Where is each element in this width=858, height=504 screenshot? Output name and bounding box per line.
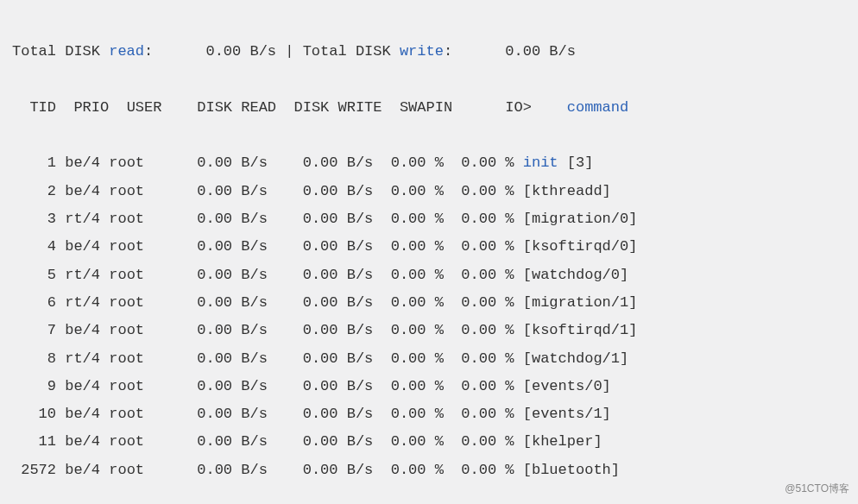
cell-swapin: 0.00 % [373, 322, 444, 338]
cell-disk-write: 0.00 B/s [268, 154, 373, 171]
cell-user: root [100, 350, 180, 367]
cell-io: 0.00 % [444, 267, 514, 283]
cell-swapin: 0.00 % [373, 462, 444, 478]
cell-user: root [100, 183, 180, 199]
total-write-value: 0.00 B/s [452, 43, 576, 60]
cell-user: root [100, 211, 180, 227]
cell-command: [migration/1] [523, 294, 638, 311]
cell-user: root [100, 462, 180, 478]
write-keyword: write [400, 43, 444, 60]
col-io: IO> [452, 99, 532, 116]
cell-disk-write: 0.00 B/s [268, 406, 373, 422]
cell-io: 0.00 % [444, 294, 514, 311]
cell-user: root [100, 378, 180, 394]
cell-command: [migration/0] [523, 211, 638, 227]
process-row: 1 be/4 root 0.00 B/s 0.00 B/s 0.00 % 0.0… [12, 149, 846, 177]
cell-disk-write: 0.00 B/s [268, 378, 373, 394]
cell-prio: be/4 [56, 462, 100, 478]
cell-disk-write: 0.00 B/s [268, 294, 373, 311]
cell-user: root [100, 154, 180, 171]
cell-disk-read: 0.00 B/s [180, 433, 268, 450]
cell-disk-write: 0.00 B/s [268, 211, 373, 227]
cell-user: root [100, 433, 180, 450]
cell-prio: rt/4 [56, 211, 100, 227]
col-tid: TID [12, 99, 56, 116]
cell-io: 0.00 % [444, 211, 514, 227]
cell-disk-read: 0.00 B/s [180, 211, 268, 227]
cell-io: 0.00 % [444, 462, 514, 478]
col-swapin: SWAPIN [382, 99, 453, 116]
process-row: 8 rt/4 root 0.00 B/s 0.00 B/s 0.00 % 0.0… [12, 345, 846, 373]
col-user: USER [109, 99, 161, 116]
cell-prio: rt/4 [56, 350, 100, 367]
cell-user: root [100, 406, 180, 422]
col-disk-read: DISK READ [161, 99, 276, 116]
cell-prio: be/4 [56, 183, 100, 199]
process-row: 6 rt/4 root 0.00 B/s 0.00 B/s 0.00 % 0.0… [12, 289, 846, 317]
cell-disk-read: 0.00 B/s [180, 294, 268, 311]
cell-tid: 2572 [12, 462, 56, 478]
cell-disk-write: 0.00 B/s [268, 267, 373, 283]
cell-swapin: 0.00 % [373, 294, 444, 311]
cell-tid: 1 [12, 154, 56, 171]
cell-prio: be/4 [56, 322, 100, 338]
cell-disk-read: 0.00 B/s [180, 378, 268, 394]
cell-tid: 4 [12, 238, 56, 255]
read-keyword: read [109, 43, 144, 60]
cell-disk-read: 0.00 B/s [180, 183, 268, 199]
cell-tid: 5 [12, 267, 56, 283]
cell-swapin: 0.00 % [373, 154, 444, 171]
cell-io: 0.00 % [444, 154, 514, 171]
cell-disk-read: 0.00 B/s [180, 462, 268, 478]
cell-prio: be/4 [56, 378, 100, 394]
cell-swapin: 0.00 % [373, 183, 444, 199]
cell-user: root [100, 322, 180, 338]
cell-disk-write: 0.00 B/s [268, 183, 373, 199]
cell-command: [events/0] [523, 378, 611, 394]
process-row: 9 be/4 root 0.00 B/s 0.00 B/s 0.00 % 0.0… [12, 373, 846, 400]
cell-command: [ksoftirqd/0] [523, 238, 638, 255]
cell-disk-read: 0.00 B/s [180, 238, 268, 255]
total-read-value: 0.00 B/s [153, 43, 276, 60]
cell-user: root [100, 294, 180, 311]
cell-io: 0.00 % [444, 238, 514, 255]
cell-prio: rt/4 [56, 267, 100, 283]
iotop-output: Total DISK read: 0.00 B/s | Total DISK w… [12, 10, 846, 504]
cell-disk-write: 0.00 B/s [268, 433, 373, 450]
total-read-label: Total DISK [12, 43, 109, 60]
process-row: 7 be/4 root 0.00 B/s 0.00 B/s 0.00 % 0.0… [12, 317, 846, 344]
cell-io: 0.00 % [444, 406, 514, 422]
cell-tid: 10 [12, 406, 56, 422]
cell-swapin: 0.00 % [373, 378, 444, 394]
col-command: command [567, 99, 628, 116]
cell-disk-read: 0.00 B/s [180, 154, 268, 171]
separator: | [285, 43, 293, 60]
cell-user: root [100, 238, 180, 255]
cell-command: [watchdog/0] [523, 267, 628, 283]
cell-tid: 11 [12, 433, 56, 450]
process-row: 11 be/4 root 0.00 B/s 0.00 B/s 0.00 % 0.… [12, 428, 846, 456]
cell-io: 0.00 % [444, 378, 514, 394]
cell-tid: 3 [12, 211, 56, 227]
cell-disk-read: 0.00 B/s [180, 322, 268, 338]
cell-tid: 9 [12, 378, 56, 394]
cell-tid: 6 [12, 294, 56, 311]
summary-line: Total DISK read: 0.00 B/s | Total DISK w… [12, 38, 846, 66]
cell-command: [bluetooth] [523, 462, 620, 478]
col-prio: PRIO [56, 99, 109, 116]
cell-disk-read: 0.00 B/s [180, 350, 268, 367]
cell-command: [kthreadd] [523, 183, 611, 199]
process-row: 10 be/4 root 0.00 B/s 0.00 B/s 0.00 % 0.… [12, 400, 846, 428]
cell-command-highlight: init [523, 154, 558, 171]
cell-prio: be/4 [56, 238, 100, 255]
header-row: TID PRIO USER DISK READ DISK WRITE SWAPI… [12, 94, 846, 122]
cell-disk-write: 0.00 B/s [268, 238, 373, 255]
process-rows: 1 be/4 root 0.00 B/s 0.00 B/s 0.00 % 0.0… [12, 149, 846, 484]
cell-prio: be/4 [56, 433, 100, 450]
cell-user: root [100, 267, 180, 283]
cell-prio: be/4 [56, 154, 100, 171]
cell-tid: 8 [12, 350, 56, 367]
cell-io: 0.00 % [444, 322, 514, 338]
cell-io: 0.00 % [444, 433, 514, 450]
cell-disk-write: 0.00 B/s [268, 462, 373, 478]
